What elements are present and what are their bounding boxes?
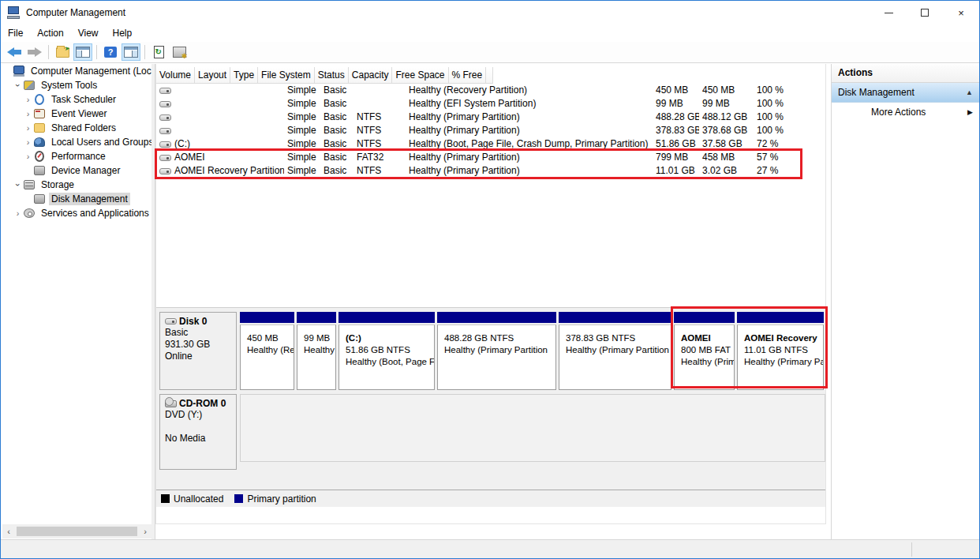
tree-item[interactable]: › Performance — [2, 149, 151, 163]
minimize-button[interactable] — [870, 1, 907, 24]
partition-block[interactable]: 488.28 GB NTFS Healthy (Primary Partitio… — [437, 312, 556, 390]
tree-item[interactable]: › Local Users and Groups — [2, 135, 151, 149]
minimize-icon — [885, 13, 893, 13]
tree-horizontal-scrollbar[interactable]: ‹ › — [2, 524, 151, 538]
partition-size: 378.83 GB NTFS — [566, 332, 671, 344]
cdrom-info[interactable]: CD-ROM 0 DVD (Y:) No Media — [159, 394, 237, 470]
close-button[interactable]: × — [943, 1, 979, 24]
tree-item[interactable]: › Event Viewer — [2, 107, 151, 121]
volume-free-space: 99 MB — [699, 97, 754, 111]
partition-block[interactable]: AOMEI 800 MB FAT Healthy (Primary Partit… — [674, 312, 735, 390]
partition-name: (C:) — [346, 332, 434, 344]
more-actions-item[interactable]: More Actions ▶ — [832, 103, 979, 122]
partition-block[interactable]: 450 MB Healthy (Recovery Partition) — [240, 312, 294, 390]
menu-item[interactable]: View — [71, 25, 106, 41]
volume-row[interactable]: Simple Basic NTFS Healthy (Primary Parti… — [156, 124, 825, 137]
tree-expander[interactable]: › — [23, 109, 33, 118]
volume-row[interactable]: AOMEI Recovery Partition Simple Basic NT… — [156, 164, 825, 178]
menu-item[interactable]: Help — [106, 25, 140, 41]
tree-item-icon — [33, 122, 46, 133]
menu-item[interactable]: Action — [30, 25, 70, 41]
title-bar: Computer Management × — [1, 1, 979, 24]
scroll-right-icon[interactable]: › — [139, 527, 151, 536]
tree-item-icon — [33, 137, 46, 148]
volume-row[interactable]: Simple Basic NTFS Healthy (Primary Parti… — [156, 111, 825, 124]
volume-filesystem — [353, 84, 406, 97]
volume-capacity: 99 MB — [653, 97, 699, 111]
tree-item[interactable]: › System Tools — [2, 78, 151, 92]
partition-block[interactable]: 378.83 GB NTFS Healthy (Primary Partitio… — [559, 312, 671, 390]
volume-filesystem: NTFS — [353, 124, 406, 137]
tree-item[interactable]: › Computer Management (Local — [2, 64, 151, 78]
menu-item[interactable]: File — [1, 25, 30, 41]
volume-row[interactable]: Simple Basic Healthy (Recovery Partition… — [156, 84, 825, 97]
volume-row[interactable]: (C:) Simple Basic NTFS Healthy (Boot, Pa… — [156, 137, 825, 151]
scrollbar-thumb[interactable] — [17, 527, 137, 536]
volume-layout: Simple — [284, 151, 320, 164]
tree-item[interactable]: › Disk Management — [2, 192, 151, 206]
refresh-button[interactable] — [149, 43, 168, 61]
volume-status: Healthy (Primary Partition) — [406, 111, 653, 124]
app-icon — [7, 6, 21, 19]
maximize-button[interactable] — [907, 1, 943, 24]
tree-expander[interactable]: › — [13, 208, 23, 218]
partition-block[interactable]: AOMEI Recovery 11.01 GB NTFS Healthy (Pr… — [737, 312, 824, 390]
tree-expander[interactable]: › — [13, 81, 23, 90]
scroll-left-icon[interactable]: ‹ — [2, 527, 15, 536]
column-header[interactable]: File System — [258, 67, 315, 84]
volume-icon — [159, 101, 171, 107]
partition-size: 51.86 GB NTFS — [346, 344, 434, 356]
show-console-tree-button[interactable] — [73, 43, 92, 61]
column-header[interactable]: Status — [315, 67, 349, 84]
tree-item-icon — [23, 179, 36, 190]
tree-item[interactable]: › Shared Folders — [2, 121, 151, 135]
refresh-icon — [154, 46, 164, 58]
up-one-level-icon — [56, 47, 69, 58]
column-header[interactable]: Volume — [156, 67, 195, 84]
volume-row[interactable]: AOMEI Simple Basic FAT32 Healthy (Primar… — [156, 151, 825, 164]
tree-expander[interactable]: › — [23, 137, 33, 147]
tree-item[interactable]: › Task Scheduler — [2, 92, 151, 107]
disk0-type: Basic — [165, 327, 231, 339]
tree-item[interactable]: › Storage — [2, 178, 151, 192]
tree-expander[interactable]: › — [23, 95, 33, 104]
actions-header: Actions — [832, 64, 979, 83]
legend-swatch — [161, 494, 170, 503]
disk-properties-button[interactable] — [170, 43, 189, 61]
column-header[interactable] — [486, 67, 493, 84]
column-header[interactable]: Type — [230, 67, 258, 84]
actions-disk-management-group[interactable]: Disk Management ▲ — [832, 83, 979, 103]
tree-item[interactable]: › Services and Applications — [2, 206, 151, 220]
tree-item-icon — [33, 165, 46, 176]
collapse-group-icon[interactable]: ▲ — [966, 88, 973, 96]
volume-status: Healthy (EFI System Partition) — [406, 97, 653, 111]
show-action-pane-button[interactable] — [122, 43, 140, 61]
volume-type: Basic — [320, 151, 353, 164]
partition-block[interactable]: (C:) 51.86 GB NTFS Healthy (Boot, Page F… — [339, 312, 435, 390]
legend-item: Primary partition — [234, 493, 316, 505]
tree-expander[interactable]: › — [13, 180, 23, 189]
volume-type: Basic — [320, 137, 353, 151]
volume-pct-free: 57 % — [754, 151, 795, 164]
tree-expander[interactable]: › — [23, 152, 33, 161]
tree-expander[interactable]: › — [23, 194, 33, 204]
volume-type: Basic — [320, 97, 353, 111]
tree-item[interactable]: › Device Manager — [2, 163, 151, 178]
disk0-partitions: 450 MB Healthy (Recovery Partition) 99 M… — [240, 312, 824, 390]
column-header[interactable]: Free Space — [392, 67, 448, 84]
disk0-status: Online — [165, 351, 231, 362]
forward-button[interactable] — [25, 43, 44, 61]
tree-item-label: Computer Management (Local — [28, 65, 151, 77]
tree-expander[interactable]: › — [23, 123, 33, 133]
volume-row[interactable]: Simple Basic Healthy (EFI System Partiti… — [156, 97, 825, 111]
tree-expander[interactable]: › — [2, 66, 13, 76]
partition-block[interactable]: 99 MB Healthy (EFI System Partition) — [297, 312, 336, 390]
column-header[interactable]: Capacity — [349, 67, 393, 84]
help-button[interactable]: ? — [101, 43, 120, 61]
tree-expander[interactable]: › — [23, 166, 33, 175]
column-header[interactable]: Layout — [195, 67, 230, 84]
back-button[interactable] — [5, 43, 24, 61]
up-one-level-button[interactable] — [53, 43, 72, 61]
disk0-info[interactable]: Disk 0 Basic 931.30 GB Online — [159, 312, 237, 390]
column-header[interactable]: % Free — [449, 67, 487, 84]
